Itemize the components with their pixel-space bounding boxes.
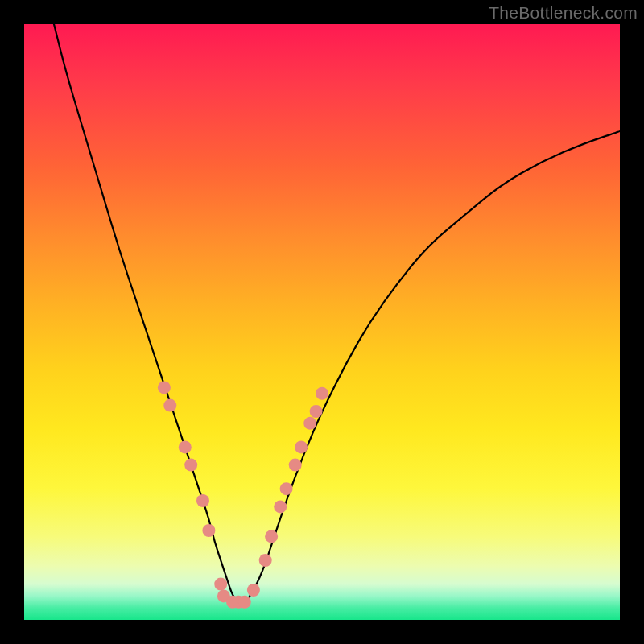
curve-marker — [202, 524, 215, 537]
curve-marker — [214, 578, 227, 591]
curve-marker — [274, 500, 287, 513]
curve-marker — [179, 440, 192, 453]
curve-marker — [310, 405, 323, 418]
curve-marker — [280, 482, 293, 495]
curve-marker — [295, 440, 308, 453]
curve-marker — [184, 459, 197, 472]
curve-markers — [158, 381, 328, 608]
curve-marker — [196, 494, 209, 507]
curve-marker — [247, 584, 260, 597]
chart-frame: TheBottleneck.com — [0, 0, 644, 644]
watermark-text: TheBottleneck.com — [489, 3, 638, 23]
curve-marker — [316, 387, 328, 400]
curve-marker — [158, 381, 171, 394]
curve-marker — [163, 399, 176, 412]
curve-marker — [289, 459, 302, 472]
curve-svg — [24, 24, 620, 620]
curve-marker — [303, 417, 316, 430]
curve-marker — [238, 596, 251, 609]
curve-marker — [259, 554, 272, 567]
bottleneck-curve — [54, 24, 620, 602]
curve-marker — [265, 530, 278, 543]
plot-area — [24, 24, 620, 620]
